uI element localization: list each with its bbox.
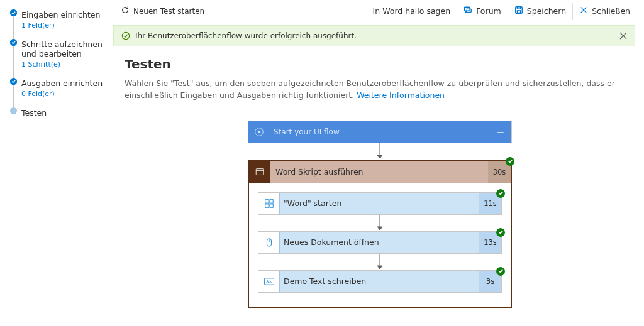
mouse-icon	[258, 232, 280, 253]
sidebar-step-title: Testen	[21, 108, 108, 118]
success-banner: Ihr Benutzeroberflächenflow wurde erfolg…	[113, 25, 635, 46]
check-icon	[10, 39, 17, 46]
connector-arrow-icon	[377, 215, 383, 231]
close-button[interactable]: Schließen	[572, 3, 636, 20]
forum-icon	[464, 6, 472, 16]
pending-icon	[10, 107, 17, 114]
svg-rect-12	[265, 199, 268, 202]
banner-close-icon[interactable]	[619, 32, 627, 40]
container-label: Word Skript ausführen	[270, 167, 488, 177]
success-message: Ihr Benutzeroberflächenflow wurde erfolg…	[135, 31, 357, 40]
sidebar-step-meta[interactable]: 0 Feld(er)	[21, 90, 108, 98]
connector-arrow-icon	[377, 254, 383, 270]
setup-steps-nav: Eingaben einrichten1 Feld(er)Schritte au…	[0, 0, 113, 326]
command-bar: Neuen Test starten In Word hallo sagen F…	[113, 0, 644, 23]
flow-step-label: Demo Text schreiben	[280, 276, 479, 286]
svg-rect-13	[269, 199, 272, 202]
container-header[interactable]: Word Skript ausführen 30s	[249, 161, 511, 183]
close-icon	[579, 6, 588, 16]
new-test-label: Neuen Test starten	[133, 7, 204, 16]
page-description: Wählen Sie "Test" aus, um den soeben auf…	[125, 78, 628, 102]
success-tick-icon	[496, 228, 505, 237]
save-icon	[514, 6, 523, 16]
grid-icon	[258, 193, 280, 214]
flow-name-label: In Word hallo sagen	[367, 3, 457, 20]
sidebar-step-0[interactable]: Eingaben einrichten1 Feld(er)	[10, 8, 108, 37]
start-flow-label: Start your UI flow	[270, 128, 489, 136]
new-test-button[interactable]: Neuen Test starten	[121, 6, 204, 16]
svg-rect-5	[516, 7, 523, 14]
flow-step-card[interactable]: "Word" starten11s	[258, 192, 502, 215]
close-label: Schließen	[592, 6, 630, 16]
flow-step-card[interactable]: Neues Dokument öffnen13s	[258, 231, 502, 254]
sidebar-step-3[interactable]: Testen	[10, 106, 108, 126]
flow-step-label: "Word" starten	[280, 198, 479, 208]
connector-arrow-icon	[377, 143, 383, 160]
svg-rect-6	[517, 11, 520, 13]
sidebar-step-1[interactable]: Schritte aufzeichnen und bearbeiten1 Sch…	[10, 37, 108, 76]
learn-more-link[interactable]: Weitere Informationen	[357, 90, 445, 100]
forum-label: Forum	[476, 6, 501, 16]
page-title: Testen	[125, 57, 635, 72]
svg-text:Abc: Abc	[266, 280, 272, 283]
forum-button[interactable]: Forum	[457, 3, 508, 20]
svg-point-1	[10, 39, 17, 46]
play-icon	[248, 121, 270, 143]
sidebar-step-meta[interactable]: 1 Feld(er)	[21, 21, 108, 30]
sidebar-step-title: Schritte aufzeichnen und bearbeiten	[21, 40, 108, 59]
svg-rect-14	[265, 204, 268, 207]
flow-step-label: Neues Dokument öffnen	[280, 237, 479, 247]
check-icon	[10, 9, 17, 16]
sidebar-step-title: Ausgaben einrichten	[21, 79, 108, 89]
script-icon	[249, 161, 270, 183]
start-flow-time: —	[489, 121, 511, 143]
success-icon	[121, 31, 130, 40]
success-tick-icon	[496, 189, 505, 198]
sidebar-step-2[interactable]: Ausgaben einrichten0 Feld(er)	[10, 76, 108, 106]
svg-rect-15	[269, 204, 272, 207]
check-icon	[10, 78, 17, 85]
abc-icon: Abc	[258, 271, 280, 292]
sidebar-step-title: Eingaben einrichten	[21, 10, 108, 20]
container-card[interactable]: Word Skript ausführen 30s "Word" starten…	[248, 160, 512, 308]
svg-point-2	[10, 78, 17, 85]
svg-rect-10	[256, 168, 264, 175]
flow-step-card[interactable]: AbcDemo Text schreiben3s	[258, 270, 502, 293]
svg-point-0	[10, 9, 17, 16]
start-flow-card: Start your UI flow —	[248, 121, 512, 143]
restart-icon	[121, 6, 130, 16]
save-button[interactable]: Speichern	[508, 3, 572, 20]
save-label: Speichern	[527, 6, 566, 16]
sidebar-step-meta[interactable]: 1 Schritt(e)	[21, 60, 108, 68]
success-tick-icon	[506, 157, 514, 166]
success-tick-icon	[496, 267, 505, 276]
